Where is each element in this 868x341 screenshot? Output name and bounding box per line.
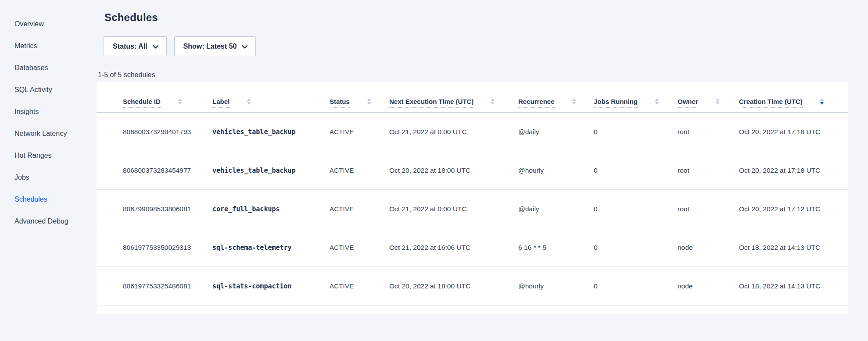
sidebar-item-label: SQL Activity [14, 86, 52, 94]
cell-owner: root [678, 128, 739, 136]
cell-label: vehicles_table_backup [212, 128, 330, 136]
sort-up-icon [491, 98, 495, 101]
column-header-3[interactable]: Next Execution Time (UTC) [389, 98, 518, 112]
cell-label: sql-stats-compaction [212, 282, 330, 290]
cell-next-execution: Oct 21, 2022 at 16:06 UTC [389, 244, 518, 252]
column-header-6[interactable]: Owner [678, 98, 739, 112]
sort-arrows-icon [178, 98, 182, 105]
sidebar-item-1[interactable]: Metrics [0, 35, 97, 57]
sidebar-item-7[interactable]: Jobs [0, 167, 97, 188]
cell-status: ACTIVE [330, 244, 389, 251]
cell-owner: node [678, 244, 739, 252]
column-header-label: Creation Time (UTC) [739, 98, 803, 108]
page-title: Schedules [104, 11, 158, 24]
sort-down-icon [716, 102, 719, 105]
table-row-1: 806800373283454977 vehicles_table_backup… [97, 151, 848, 190]
table-header-row: Schedule ID Label Status [97, 82, 848, 113]
cell-jobs-running: 0 [594, 282, 678, 290]
sort-up-icon [655, 98, 659, 101]
column-header-label: Label [212, 98, 230, 108]
sidebar-item-2[interactable]: Databases [0, 57, 97, 79]
sidebar-item-label: Hot Ranges [14, 152, 52, 160]
cell-label: sql-schema-telemetry [212, 244, 330, 252]
sort-up-icon [572, 98, 576, 101]
sidebar-item-9[interactable]: Advanced Debug [0, 210, 97, 232]
cell-status: ACTIVE [330, 205, 389, 213]
cell-recurrence: 6 16 * * 5 [518, 244, 594, 252]
cell-owner: root [678, 205, 739, 213]
main-content: Schedules Status: All Show: Latest 50 [97, 0, 868, 341]
sort-up-icon [367, 98, 371, 101]
sidebar-item-4[interactable]: Insights [0, 101, 97, 123]
cell-status: ACTIVE [330, 167, 389, 174]
sidebar-nav: Overview Metrics Databases SQL Activity … [0, 13, 97, 232]
results-count: 1-5 of 5 schedules [98, 71, 155, 79]
cell-creation-time: Oct 20, 2022 at 17:18 UTC [739, 167, 848, 174]
cell-recurrence: @hourly [518, 167, 594, 174]
sort-up-icon [178, 98, 182, 101]
column-header-label: Jobs Running [594, 98, 638, 108]
sidebar-item-label: Databases [14, 64, 48, 72]
cell-status: ACTIVE [330, 282, 389, 290]
sidebar-item-label: Advanced Debug [14, 217, 68, 225]
sort-down-icon [572, 102, 576, 105]
column-header-0[interactable]: Schedule ID [123, 98, 212, 112]
sort-down-icon [491, 102, 495, 105]
sidebar-item-label: Metrics [14, 42, 37, 50]
cell-next-execution: Oct 21, 2022 at 0:00 UTC [389, 128, 518, 136]
cell-creation-time: Oct 20, 2022 at 17:12 UTC [739, 205, 848, 213]
sidebar-item-8[interactable]: Schedules [0, 188, 97, 210]
sort-arrows-icon [247, 98, 251, 105]
sort-down-icon [367, 102, 371, 105]
sidebar-item-3[interactable]: SQL Activity [0, 79, 97, 101]
sort-down-icon [820, 102, 824, 105]
table-row-3: 806197753350029313 sql-schema-telemetry … [97, 228, 848, 267]
sort-arrows-icon [367, 98, 371, 105]
sort-arrows-icon [655, 98, 659, 105]
sort-down-icon [655, 102, 659, 105]
cell-schedule-id: 806799098533806081 [123, 205, 212, 213]
sort-arrows-icon [820, 98, 824, 105]
cell-creation-time: Oct 18, 2022 at 14:13 UTC [739, 244, 848, 252]
sidebar-item-6[interactable]: Hot Ranges [0, 145, 97, 167]
cell-jobs-running: 0 [594, 244, 678, 252]
filter-dropdown-label: Show: Latest 50 [183, 43, 237, 50]
sort-arrows-icon [572, 98, 576, 105]
sidebar-item-label: Overview [14, 20, 44, 28]
table-row-4: 806197753325486081 sql-stats-compaction … [97, 267, 848, 305]
cell-status: ACTIVE [330, 128, 389, 135]
cell-jobs-running: 0 [594, 167, 678, 174]
sort-up-icon [247, 98, 251, 101]
sort-arrows-icon [491, 98, 495, 105]
cell-next-execution: Oct 20, 2022 at 18:00 UTC [389, 282, 518, 290]
table-row-0: 806800373290401793 vehicles_table_backup… [97, 113, 848, 151]
filter-bar: Status: All Show: Latest 50 [104, 36, 256, 56]
schedules-table-card: Schedule ID Label Status [97, 82, 848, 314]
cell-next-execution: Oct 20, 2022 at 18:00 UTC [389, 167, 518, 174]
filter-dropdown-0[interactable]: Status: All [104, 36, 167, 56]
cell-schedule-id: 806197753325486081 [123, 282, 212, 290]
cell-owner: root [678, 167, 739, 174]
sort-up-icon [820, 98, 824, 101]
filter-dropdown-1[interactable]: Show: Latest 50 [174, 36, 256, 56]
cell-label: core_full_backups [212, 205, 330, 213]
table-row-2: 806799098533806081 core_full_backups ACT… [97, 190, 848, 228]
sidebar-item-5[interactable]: Network Latency [0, 123, 97, 145]
cell-recurrence: @daily [518, 128, 594, 136]
column-header-2[interactable]: Status [330, 98, 389, 112]
sidebar-item-label: Schedules [14, 195, 47, 203]
column-header-1[interactable]: Label [212, 98, 330, 112]
cell-recurrence: @hourly [518, 282, 594, 290]
column-header-5[interactable]: Jobs Running [594, 98, 678, 112]
cell-recurrence: @daily [518, 205, 594, 213]
sort-arrows-icon [716, 98, 719, 105]
sidebar-item-0[interactable]: Overview [0, 13, 97, 35]
column-header-4[interactable]: Recurrence [518, 98, 594, 112]
column-header-label: Schedule ID [123, 98, 161, 108]
sidebar-item-label: Network Latency [14, 130, 67, 138]
cell-jobs-running: 0 [594, 205, 678, 213]
sidebar-item-label: Jobs [14, 174, 29, 181]
chevron-down-icon [153, 45, 158, 49]
cell-schedule-id: 806197753350029313 [123, 244, 212, 252]
column-header-7[interactable]: Creation Time (UTC) [739, 98, 848, 112]
